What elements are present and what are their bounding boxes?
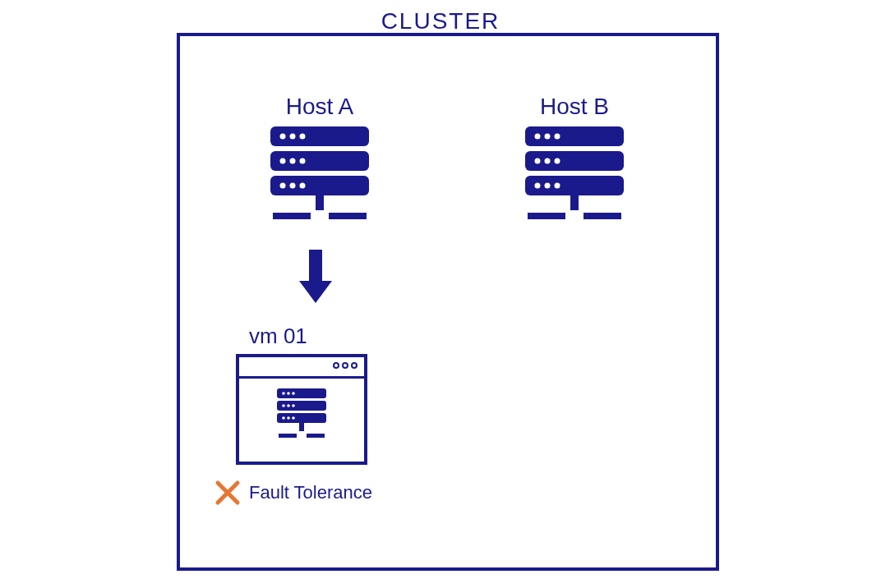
fault-tolerance-row: Fault Tolerance bbox=[214, 480, 372, 506]
vm-window-header bbox=[239, 357, 364, 379]
cluster-box: Host A Host B bbox=[177, 33, 719, 571]
svg-rect-14 bbox=[329, 213, 367, 219]
svg-point-38 bbox=[287, 404, 290, 407]
svg-point-18 bbox=[555, 134, 560, 140]
svg-rect-13 bbox=[273, 213, 311, 219]
server-icon bbox=[266, 126, 373, 225]
svg-point-7 bbox=[300, 158, 306, 164]
svg-point-11 bbox=[300, 183, 306, 189]
svg-point-1 bbox=[280, 134, 286, 140]
svg-point-16 bbox=[535, 134, 541, 140]
svg-point-42 bbox=[287, 416, 290, 420]
svg-point-33 bbox=[282, 392, 285, 395]
fault-tolerance-label: Fault Tolerance bbox=[249, 482, 372, 503]
svg-point-17 bbox=[545, 134, 551, 140]
svg-point-24 bbox=[535, 183, 541, 189]
svg-point-3 bbox=[300, 134, 306, 140]
vm-window-dots bbox=[333, 362, 357, 369]
svg-point-22 bbox=[555, 158, 560, 164]
server-icon bbox=[521, 126, 628, 225]
svg-point-35 bbox=[292, 392, 295, 395]
svg-rect-45 bbox=[279, 434, 297, 438]
svg-rect-30 bbox=[309, 250, 322, 281]
svg-point-39 bbox=[292, 404, 295, 407]
svg-point-10 bbox=[290, 183, 296, 189]
svg-point-26 bbox=[555, 183, 560, 189]
svg-point-25 bbox=[545, 183, 551, 189]
svg-point-6 bbox=[290, 158, 296, 164]
arrow-down-icon bbox=[295, 250, 336, 307]
vm-inner-server-icon bbox=[273, 388, 330, 442]
svg-point-41 bbox=[282, 416, 285, 420]
svg-point-37 bbox=[282, 404, 285, 407]
vm-block: vm 01 bbox=[229, 324, 369, 465]
host-b-block: Host B bbox=[509, 94, 640, 225]
svg-point-20 bbox=[535, 158, 541, 164]
cluster-title: CLUSTER bbox=[0, 8, 881, 34]
svg-rect-44 bbox=[299, 423, 304, 431]
vm-label: vm 01 bbox=[249, 324, 369, 349]
svg-point-21 bbox=[545, 158, 551, 164]
svg-rect-46 bbox=[307, 434, 325, 438]
svg-rect-28 bbox=[528, 213, 565, 219]
svg-point-9 bbox=[280, 183, 286, 189]
host-a-block: Host A bbox=[254, 94, 385, 225]
x-icon bbox=[214, 480, 241, 506]
svg-point-5 bbox=[280, 158, 286, 164]
svg-point-2 bbox=[290, 134, 296, 140]
svg-point-43 bbox=[292, 416, 295, 420]
vm-window-icon bbox=[236, 354, 367, 465]
svg-point-34 bbox=[287, 392, 290, 395]
svg-rect-29 bbox=[583, 213, 621, 219]
svg-rect-27 bbox=[570, 195, 579, 210]
svg-marker-31 bbox=[299, 281, 332, 303]
host-b-label: Host B bbox=[509, 94, 640, 120]
svg-rect-12 bbox=[316, 195, 324, 210]
host-a-label: Host A bbox=[254, 94, 385, 120]
